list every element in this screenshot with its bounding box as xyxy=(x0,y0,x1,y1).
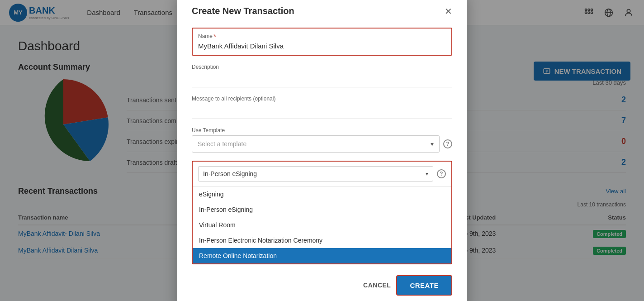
modal-header: Create New Transaction ✕ xyxy=(192,6,452,17)
message-label: Message to all recipients (optional) xyxy=(192,96,452,102)
template-field-group: Use Template Select a template ▾ ? xyxy=(192,127,452,153)
list-item[interactable]: Virtual Room xyxy=(193,217,451,233)
list-item[interactable]: In-Person Electronic Notarization Ceremo… xyxy=(193,233,451,248)
list-item[interactable]: eSigning xyxy=(193,186,451,202)
template-label: Use Template xyxy=(192,127,452,134)
message-field-group: Message to all recipients (optional) xyxy=(192,96,452,119)
template-placeholder: Select a template xyxy=(198,140,246,148)
name-input[interactable] xyxy=(198,42,446,50)
dropdown-header: In-Person eSigning ▾ ? xyxy=(193,162,451,186)
create-transaction-modal: Create New Transaction ✕ Name * Descript… xyxy=(177,0,467,301)
name-field-group: Name * xyxy=(192,28,452,56)
template-row: Select a template ▾ ? xyxy=(192,135,452,153)
modal-title: Create New Transaction xyxy=(192,6,294,16)
name-input-wrapper: Name * xyxy=(192,28,452,56)
description-input[interactable] xyxy=(192,72,452,87)
cancel-button[interactable]: CANCEL xyxy=(363,282,391,289)
signing-type-select[interactable]: In-Person eSigning ▾ xyxy=(198,166,433,182)
list-item[interactable]: In-Person eSigning xyxy=(193,202,451,217)
template-help-icon[interactable]: ? xyxy=(443,139,452,148)
signing-type-selected-label: In-Person eSigning xyxy=(203,170,257,177)
modal-footer: CANCEL CREATE xyxy=(192,275,452,296)
description-field-group: Description xyxy=(192,64,452,87)
template-select[interactable]: Select a template ▾ xyxy=(192,135,440,153)
signing-type-chevron-icon: ▾ xyxy=(426,171,428,177)
signing-type-dropdown-section: In-Person eSigning ▾ ? eSigning In-Perso… xyxy=(192,161,452,264)
signing-type-help-icon[interactable]: ? xyxy=(437,169,446,178)
name-required-star: * xyxy=(213,33,216,41)
template-chevron-icon: ▾ xyxy=(431,140,434,148)
name-label: Name xyxy=(198,33,213,41)
create-button[interactable]: CREATE xyxy=(396,275,452,296)
signing-type-dropdown-list: eSigning In-Person eSigning Virtual Room… xyxy=(193,186,451,263)
list-item-selected[interactable]: Remote Online Notarization xyxy=(193,248,451,263)
modal-close-button[interactable]: ✕ xyxy=(445,6,452,17)
message-input[interactable] xyxy=(192,104,452,119)
description-label: Description xyxy=(192,64,452,70)
